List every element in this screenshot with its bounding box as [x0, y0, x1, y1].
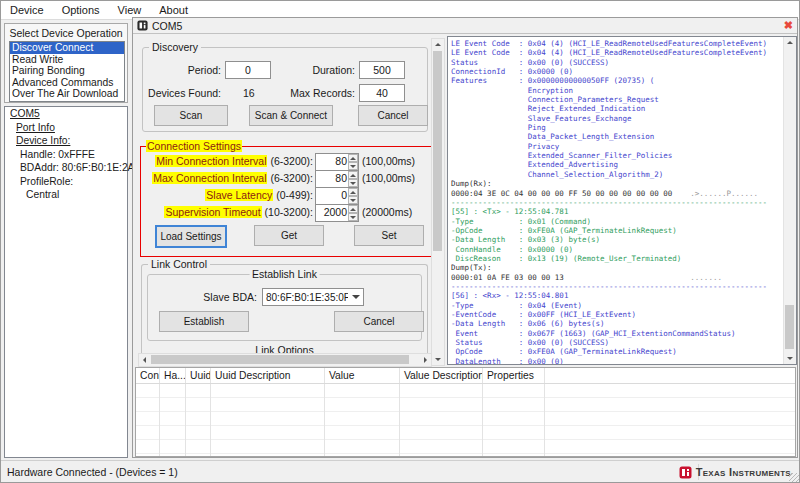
get-button[interactable]: Get	[254, 225, 324, 246]
log-line: Channel_Selection_Algorithm_2)	[451, 170, 782, 179]
log-line: Features : 0x00000000000050FF (20735) (	[451, 76, 782, 85]
device-operation-list[interactable]: Discover ConnectRead WritePairing Bondin…	[9, 41, 125, 102]
tree-item[interactable]: Device Info:	[16, 134, 127, 148]
combo-chevron-down-icon[interactable]	[348, 295, 363, 299]
operation-list-item[interactable]: Pairing Bonding	[10, 65, 124, 77]
table-column-header[interactable]: Con...	[136, 368, 160, 456]
setting-value[interactable]: 0	[316, 188, 348, 204]
log-vertical-scrollbar[interactable]	[783, 37, 796, 364]
log-line: [56] : <Rx> - 12:55:04.801	[451, 291, 782, 300]
form-horizontal-scrollbar[interactable]	[138, 353, 432, 367]
slave-bda-label: Slave BDA:	[148, 291, 257, 303]
log-panel[interactable]: LE Event Code : 0x04 (4) (HCI_LE_ReadRem…	[447, 36, 797, 365]
hscroll-thumb[interactable]	[151, 355, 409, 364]
scan-button[interactable]: Scan	[154, 105, 228, 126]
setting-spinbox[interactable]: 80	[315, 170, 359, 188]
form-vertical-scrollbar[interactable]	[431, 38, 445, 366]
connection-settings-group: Connection Settings Min Connection Inter…	[140, 146, 437, 257]
establish-button[interactable]: Establish	[159, 311, 249, 332]
device-tree-panel: COM5Port InfoDevice Info:Handle: 0xFFFEB…	[4, 106, 128, 458]
menu-item[interactable]: Device	[1, 1, 53, 19]
log-line: -Data Length : 0x03 (3) byte(s)	[451, 235, 782, 244]
discovery-group-label: Discovery	[149, 41, 201, 53]
tree-item[interactable]: COM5	[10, 107, 127, 121]
scroll-down-icon[interactable]	[432, 354, 444, 365]
setting-spinbox[interactable]: 80	[315, 153, 359, 171]
period-input[interactable]: 0	[225, 61, 271, 79]
log-line: Status : 0x00 (0) (SUCCESS)	[451, 58, 782, 67]
scroll-right-icon[interactable]	[420, 354, 431, 366]
attribute-table: Con...Ha...UuidUuid DescriptionValueValu…	[135, 367, 796, 457]
spin-down-icon[interactable]	[348, 162, 358, 170]
window-title: COM5	[152, 20, 182, 32]
table-column-header[interactable]: Ha...	[160, 368, 186, 456]
log-line: OpCode : 0xFE0A (GAP_TerminateLinkReques…	[451, 347, 782, 356]
brand-logo: Texas Instruments	[679, 461, 791, 483]
spin-down-icon[interactable]	[348, 179, 358, 187]
spin-down-icon[interactable]	[348, 196, 358, 204]
tree-item[interactable]: Port Info	[16, 121, 127, 135]
menu-item[interactable]: Options	[53, 1, 109, 19]
table-column-header[interactable]: Properties	[483, 368, 545, 456]
tree-item[interactable]: Handle: 0xFFFE	[20, 148, 127, 162]
log-line: LE Event Code : 0x04 (4) (HCI_LE_ReadRem…	[451, 39, 782, 48]
devices-found-value: 16	[243, 87, 255, 99]
operation-list-item[interactable]: Discover Connect	[10, 42, 124, 54]
close-icon[interactable]: ✖	[784, 18, 793, 33]
discovery-cancel-button[interactable]: Cancel	[358, 105, 428, 126]
spin-up-icon[interactable]	[348, 171, 358, 179]
spin-up-icon[interactable]	[348, 154, 358, 162]
operation-list-item[interactable]: Read Write	[10, 54, 124, 66]
table-column-header[interactable]: Uuid	[186, 368, 211, 456]
log-line: Encryption	[451, 86, 782, 95]
spin-down-icon[interactable]	[348, 213, 358, 221]
scroll-left-icon[interactable]	[139, 354, 150, 366]
operation-list-item[interactable]: Over The Air Download	[10, 88, 124, 100]
max-records-input[interactable]: 40	[359, 84, 405, 102]
setting-spinbox[interactable]: 2000	[315, 204, 359, 222]
log-line: Extended_Advertising	[451, 160, 782, 169]
log-line: Extended_Scanner_Filter_Policies	[451, 151, 782, 160]
log-scroll-down-icon[interactable]	[784, 353, 796, 364]
resize-grip[interactable]	[789, 473, 799, 483]
slave-bda-combobox[interactable]: 80:6F:B0:1E:35:0F	[262, 288, 364, 306]
setting-name-highlight: Slave Latency	[205, 189, 273, 201]
log-vscroll-thumb[interactable]	[785, 305, 794, 349]
log-line: 0000:01 0A FE 03 00 00 13 .......	[451, 273, 782, 282]
log-scroll-up-icon[interactable]	[784, 37, 796, 48]
spin-up-icon[interactable]	[348, 205, 358, 213]
table-column-header[interactable]: Uuid Description	[211, 368, 325, 456]
duration-input[interactable]: 500	[359, 61, 405, 79]
log-line: Privacy	[451, 142, 782, 151]
log-line: Dump(Rx):	[451, 179, 782, 188]
load-settings-button[interactable]: Load Settings	[155, 225, 227, 248]
com5-titlebar: COM5 ✖	[133, 18, 797, 34]
log-line: Status : 0x00 (0) (SUCCESS)	[451, 338, 782, 347]
setting-ms-suffix: (100,00ms)	[362, 172, 415, 184]
max-records-label: Max Records:	[273, 87, 355, 99]
scroll-up-icon[interactable]	[432, 39, 444, 50]
setting-value[interactable]: 80	[316, 154, 348, 170]
status-text: Hardware Connected - (Devices = 1)	[7, 466, 178, 478]
log-line: Connection_Parameters_Request	[451, 95, 782, 104]
link-cancel-button[interactable]: Cancel	[334, 311, 424, 332]
log-line: -OpCode : 0xFE0A (GAP_TerminateLinkReque…	[451, 226, 782, 235]
devices-found-label: Devices Found:	[143, 87, 221, 99]
tree-item[interactable]: BDAddr: 80:6F:B0:1E:2A:F2	[20, 161, 127, 175]
setting-value[interactable]: 2000	[316, 205, 348, 221]
setting-value[interactable]: 80	[316, 171, 348, 187]
scan-connect-button[interactable]: Scan & Connect	[249, 105, 333, 126]
log-line: ----------------------------------------…	[451, 282, 782, 291]
operation-list-item[interactable]: Advanced Commands	[10, 77, 124, 89]
set-button[interactable]: Set	[354, 225, 424, 246]
vscroll-thumb[interactable]	[433, 51, 442, 251]
tree-item[interactable]: Central	[26, 188, 127, 202]
setting-spinbox[interactable]: 0	[315, 187, 359, 205]
log-line: ConnHandle : 0x0000 (0)	[451, 245, 782, 254]
log-text[interactable]: LE Event Code : 0x04 (4) (HCI_LE_ReadRem…	[451, 39, 782, 364]
tree-item[interactable]: ProfileRole:	[20, 175, 127, 189]
spin-up-icon[interactable]	[348, 188, 358, 196]
table-column-header[interactable]: Value Description	[400, 368, 483, 456]
table-column-header[interactable]: Value	[325, 368, 400, 456]
setting-range: (0-499):	[273, 189, 313, 201]
